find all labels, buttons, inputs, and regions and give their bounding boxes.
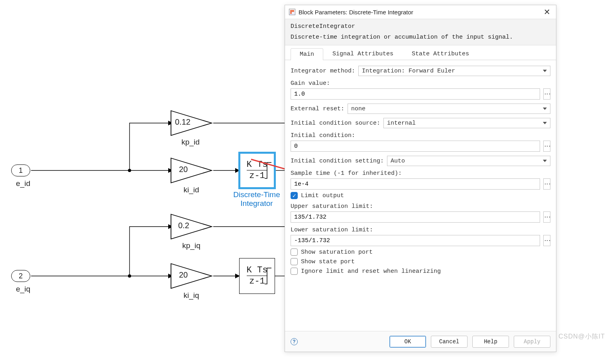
gain-label-kp-iq: kp_iq bbox=[175, 241, 207, 250]
tab-state-attributes[interactable]: State Attributes bbox=[403, 48, 478, 60]
input-lower-sat[interactable] bbox=[291, 235, 540, 246]
gain-label-ki-iq: ki_iq bbox=[175, 291, 207, 300]
label-external-reset: External reset: bbox=[291, 106, 344, 112]
dropdown-value: none bbox=[351, 106, 365, 112]
checkbox-limit-output[interactable] bbox=[291, 192, 298, 199]
inport-1[interactable]: 1 bbox=[11, 164, 30, 176]
dropdown-initial-cond-source[interactable]: internal bbox=[383, 118, 550, 128]
gain-label-kp-id: kp_id bbox=[175, 138, 206, 147]
close-button[interactable]: ✕ bbox=[542, 7, 552, 17]
gain-ki-id[interactable]: 20 bbox=[169, 157, 213, 184]
gain-label-ki-id: ki_id bbox=[175, 186, 207, 194]
input-initial-condition[interactable] bbox=[291, 141, 540, 152]
label-initial-condition: Initial condition: bbox=[291, 132, 355, 139]
label-ignore-limit: Ignore limit and reset when linearizing bbox=[301, 268, 441, 275]
block-type-name: DiscreteIntegrator bbox=[291, 22, 550, 31]
label-show-sat-port: Show saturation port bbox=[301, 249, 373, 256]
input-sample-time[interactable] bbox=[291, 178, 540, 190]
inport-label-e-id: e_id bbox=[11, 179, 35, 188]
label-initial-cond-setting: Initial condition setting: bbox=[291, 158, 384, 164]
svg-marker-21 bbox=[171, 264, 212, 288]
label-lower-sat: Lower saturation limit: bbox=[291, 227, 373, 233]
gain-ki-iq[interactable]: 20 bbox=[169, 262, 213, 290]
label-limit-output: Limit output bbox=[301, 192, 344, 199]
tab-main[interactable]: Main bbox=[291, 48, 323, 60]
chevron-down-icon bbox=[543, 108, 547, 110]
checkbox-show-sat-port[interactable] bbox=[291, 249, 298, 256]
dropdown-external-reset[interactable]: none bbox=[348, 104, 550, 114]
gain-value: 20 bbox=[179, 270, 188, 280]
help-button[interactable]: Help bbox=[472, 336, 509, 348]
ok-button[interactable]: OK bbox=[389, 336, 426, 348]
button-bar: ? OK Cancel Help Apply bbox=[285, 331, 556, 352]
titlebar: Block Parameters: Discrete-Time Integrat… bbox=[285, 5, 556, 19]
gain-value: 0.2 bbox=[178, 221, 189, 230]
tab-bar: Main Signal Attributes State Attributes bbox=[285, 45, 556, 60]
dialog-title: Block Parameters: Discrete-Time Integrat… bbox=[299, 9, 542, 16]
inport-number: 2 bbox=[19, 272, 23, 280]
cancel-button[interactable]: Cancel bbox=[431, 336, 468, 348]
more-button-lower[interactable]: ⋮ bbox=[543, 235, 550, 246]
checkbox-ignore-limit[interactable] bbox=[291, 268, 298, 275]
input-upper-sat[interactable] bbox=[291, 211, 540, 223]
gain-kp-id[interactable]: 0.12 bbox=[169, 109, 213, 137]
more-button-sample-time[interactable]: ⋮ bbox=[543, 178, 550, 190]
label-integrator-method: Integrator method: bbox=[291, 68, 355, 74]
tab-signal-attributes[interactable]: Signal Attributes bbox=[323, 48, 403, 60]
gain-value: 0.12 bbox=[175, 117, 191, 127]
dropdown-initial-cond-setting[interactable]: Auto bbox=[387, 156, 550, 166]
dropdown-value: Auto bbox=[391, 158, 405, 164]
chevron-down-icon bbox=[543, 160, 547, 162]
simulink-canvas: 1 e_id 2 e_iq 0.12 kp_id 20 ki_id 0.2 kp… bbox=[0, 0, 285, 364]
more-button-gain[interactable]: ⋮ bbox=[543, 88, 550, 100]
checkbox-show-state-port[interactable] bbox=[291, 258, 298, 265]
label-initial-cond-source: Initial condition source: bbox=[291, 120, 380, 127]
integrator-label-1: Discrete-Time Integrator bbox=[229, 190, 285, 208]
label-upper-sat: Upper saturation limit: bbox=[291, 203, 373, 210]
block-parameters-dialog[interactable]: Block Parameters: Discrete-Time Integrat… bbox=[285, 5, 556, 352]
gain-value: 20 bbox=[179, 165, 188, 174]
label-show-state-port: Show state port bbox=[301, 258, 355, 265]
inport-2[interactable]: 2 bbox=[11, 270, 30, 282]
gain-kp-iq[interactable]: 0.2 bbox=[169, 213, 213, 241]
more-button-ic[interactable]: ⋮ bbox=[543, 141, 550, 152]
app-icon bbox=[289, 9, 295, 15]
watermark: CSDN@小陈IT bbox=[558, 333, 605, 341]
apply-button[interactable]: Apply bbox=[514, 336, 550, 348]
dropdown-integrator-method[interactable]: Integration: Forward Euler bbox=[358, 66, 550, 76]
chevron-down-icon bbox=[543, 70, 547, 72]
block-description: Discrete-time integration or accumulatio… bbox=[291, 33, 550, 42]
discrete-time-integrator-2[interactable]: K Ts z-1 bbox=[239, 258, 275, 294]
more-button-upper[interactable]: ⋮ bbox=[543, 211, 550, 223]
label-sample-time: Sample time (-1 for inherited): bbox=[291, 170, 402, 177]
form-main: Integrator method: Integration: Forward … bbox=[285, 60, 556, 331]
svg-marker-20 bbox=[171, 214, 212, 239]
svg-marker-19 bbox=[171, 158, 212, 183]
inport-label-e-iq: e_iq bbox=[11, 285, 35, 294]
saturation-icon bbox=[263, 264, 272, 288]
inport-number: 1 bbox=[19, 166, 23, 175]
dropdown-value: Integration: Forward Euler bbox=[362, 68, 455, 74]
input-gain-value[interactable] bbox=[291, 88, 540, 100]
chevron-down-icon bbox=[543, 122, 547, 124]
help-icon[interactable]: ? bbox=[291, 338, 298, 345]
label-gain-value: Gain value: bbox=[291, 80, 330, 87]
dropdown-value: internal bbox=[387, 120, 416, 127]
description-panel: DiscreteIntegrator Discrete-time integra… bbox=[285, 19, 556, 45]
